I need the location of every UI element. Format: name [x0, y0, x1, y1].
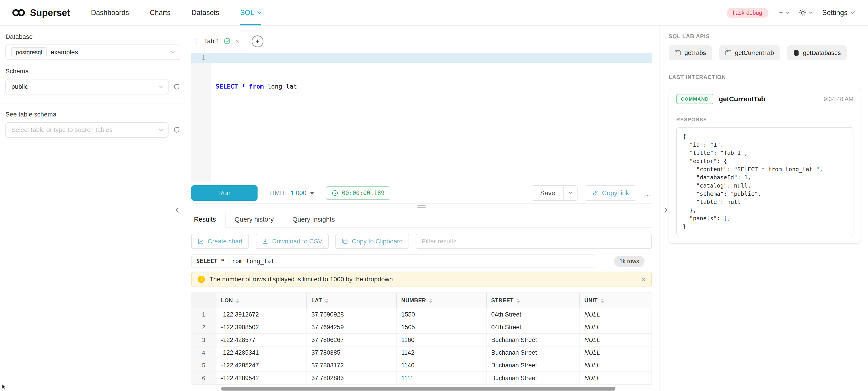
- copy-link-button[interactable]: Copy link: [585, 185, 637, 201]
- sort-icon: [601, 299, 604, 303]
- superset-logo[interactable]: Superset: [12, 0, 70, 26]
- cell-lat: 37.7803172: [307, 359, 397, 372]
- getdatabases-button[interactable]: getDatabases: [787, 45, 847, 60]
- column-header-number[interactable]: NUMBER: [397, 293, 487, 308]
- table-row[interactable]: 2 -122.3908502 37.7694259 1505 04th Stre…: [191, 321, 652, 333]
- navbar: Superset Dashboards Charts Datasets SQL …: [0, 0, 868, 26]
- save-button[interactable]: Save: [532, 185, 564, 201]
- column-label: STREET: [491, 297, 514, 303]
- tab-results[interactable]: Results: [191, 211, 225, 227]
- cell-unit: NULL: [580, 333, 652, 346]
- caret-down-icon: [310, 192, 314, 194]
- table-select-placeholder: Select table or type to search tables: [11, 126, 113, 133]
- settings-label: Settings: [822, 9, 847, 17]
- command-badge: COMMAND: [676, 94, 713, 104]
- create-chart-label: Create chart: [208, 238, 243, 245]
- gettabs-button[interactable]: getTabs: [669, 45, 712, 60]
- copy-clipboard-button[interactable]: Copy to Clipboard: [335, 234, 409, 249]
- cell-number: 1140: [397, 359, 487, 372]
- cell-unit: NULL: [580, 346, 652, 359]
- cell-lon: -122.3912672: [216, 308, 307, 321]
- last-interaction-card: COMMAND getCurrentTab 9:34:48 AM RESPONS…: [669, 88, 861, 244]
- cell-number: 1160: [397, 333, 487, 346]
- chevron-down-icon: [785, 10, 789, 14]
- row-limit-warning: ! The number of rows displayed is limite…: [191, 271, 652, 287]
- nav-sql[interactable]: SQL: [240, 0, 261, 26]
- tab-query-insights[interactable]: Query Insights: [283, 211, 344, 227]
- download-csv-button[interactable]: Download to CSV: [256, 234, 329, 249]
- limit-dropdown[interactable]: LIMIT: 1 000: [269, 189, 314, 197]
- column-header-lon[interactable]: LON: [216, 293, 307, 308]
- mouse-cursor: [1, 384, 8, 391]
- table-row[interactable]: 4 -122.4285341 37.780385 1142 Buchanan S…: [191, 346, 652, 359]
- editor-code-area[interactable]: SELECT * from long_lat: [211, 53, 652, 182]
- cell-number: 1505: [397, 321, 487, 333]
- results-table: LON LAT NUMBER STREET UNIT 1 -122.391267…: [191, 292, 652, 391]
- column-header-street[interactable]: STREET: [487, 293, 580, 308]
- nav-dashboards[interactable]: Dashboards: [91, 0, 129, 26]
- settings-menu[interactable]: Settings: [822, 9, 855, 17]
- sqllab-left-sidebar: Database postgresql examples Schema publ…: [0, 26, 186, 391]
- add-new-dropdown[interactable]: +: [778, 8, 789, 17]
- getdatabases-label: getDatabases: [803, 50, 841, 57]
- table-row[interactable]: 6 -122.4289542 37.7802883 1111 Buchanan …: [191, 372, 652, 384]
- collapse-sidebar-button[interactable]: [175, 207, 182, 214]
- cell-street: Buchanan Street: [487, 346, 580, 359]
- column-label: LAT: [311, 297, 322, 303]
- limit-value: 1 000: [290, 189, 306, 197]
- getcurrenttab-label: getCurrentTab: [735, 50, 774, 57]
- table-schema-label: See table schema: [5, 111, 180, 118]
- sort-icon: [429, 299, 432, 303]
- table-row[interactable]: 1 -122.3912672 37.7690928 1550 04th Stre…: [191, 308, 652, 321]
- horizontal-scrollbar[interactable]: [221, 387, 616, 391]
- nav-charts[interactable]: Charts: [150, 0, 170, 26]
- table-row[interactable]: 5 -122.4285247 37.7803172 1140 Buchanan …: [191, 359, 652, 372]
- refresh-icon: [173, 83, 180, 90]
- create-chart-button[interactable]: Create chart: [191, 234, 249, 249]
- interaction-card-body: RESPONSE { "id": "1", "title": "Tab 1", …: [669, 110, 861, 243]
- drag-handle-icon: ⋮: [194, 38, 200, 45]
- table-header-row: LON LAT NUMBER STREET UNIT: [191, 293, 652, 308]
- database-type-tag: postgresql: [11, 47, 46, 58]
- column-header-unit[interactable]: UNIT: [580, 293, 652, 308]
- collapse-api-panel-button[interactable]: [661, 207, 669, 214]
- copy-clipboard-label: Copy to Clipboard: [352, 238, 403, 245]
- refresh-schemas-button[interactable]: [173, 83, 180, 90]
- sql-keyword: SELECT: [216, 83, 242, 90]
- schema-label: Schema: [5, 68, 180, 75]
- filter-results-input[interactable]: [416, 234, 652, 249]
- response-json: { "id": "1", "title": "Tab 1", "editor":…: [676, 127, 854, 236]
- save-split-button: Save: [532, 185, 578, 201]
- column-label: UNIT: [584, 297, 597, 303]
- run-query-button[interactable]: Run: [191, 185, 257, 201]
- editor-tab[interactable]: ⋮ Tab 1 ×: [191, 34, 244, 49]
- column-header-lat[interactable]: LAT: [307, 293, 397, 308]
- plus-icon: +: [778, 8, 783, 17]
- sql-editor[interactable]: 1 SELECT * from long_lat: [191, 53, 652, 182]
- schema-select[interactable]: public: [5, 79, 168, 94]
- chevron-right-icon: [662, 208, 668, 213]
- gettabs-label: getTabs: [684, 50, 706, 57]
- add-tab-button[interactable]: +: [252, 35, 264, 47]
- dismiss-warning-icon[interactable]: ×: [641, 275, 645, 283]
- chevron-down-icon: [568, 190, 572, 194]
- getcurrenttab-button[interactable]: getCurrentTab: [719, 45, 780, 60]
- line-number: 1: [191, 53, 205, 63]
- theme-dropdown[interactable]: [799, 9, 812, 17]
- panel-resize-handle[interactable]: [417, 205, 426, 211]
- cell-number: 1111: [397, 372, 487, 384]
- cell-lon: -122.4285247: [216, 359, 307, 372]
- refresh-tables-button[interactable]: [173, 126, 180, 133]
- sort-icon: [325, 299, 329, 303]
- tab-query-history[interactable]: Query history: [225, 211, 283, 227]
- table-row[interactable]: 3 -122.428577 37.7806267 1160 Buchanan S…: [191, 333, 652, 346]
- close-tab-icon[interactable]: ×: [236, 37, 240, 45]
- database-select[interactable]: postgresql examples: [5, 44, 180, 60]
- warning-icon: !: [197, 275, 205, 283]
- table-select[interactable]: Select table or type to search tables: [5, 122, 168, 138]
- save-options-button[interactable]: [564, 185, 578, 201]
- more-options-button[interactable]: …: [644, 189, 652, 198]
- refresh-icon: [173, 126, 180, 133]
- limit-label: LIMIT:: [269, 190, 287, 197]
- nav-datasets[interactable]: Datasets: [191, 0, 219, 26]
